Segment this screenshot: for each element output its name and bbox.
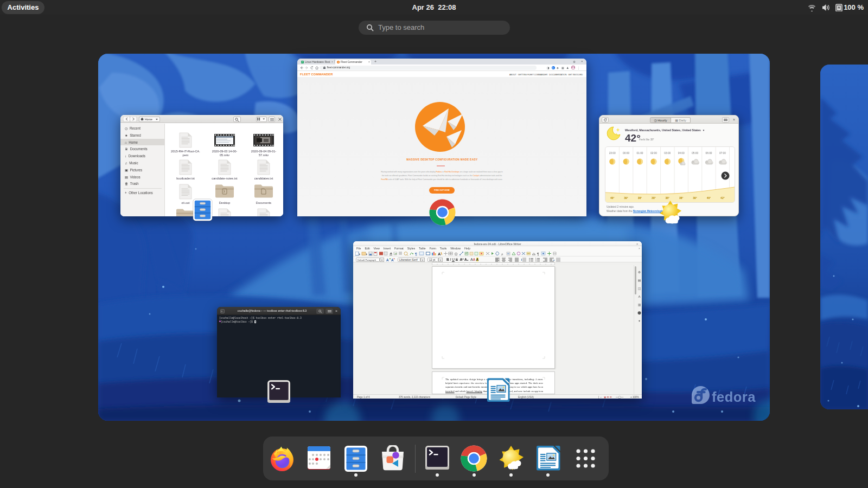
svg-text:fedora: fedora — [712, 389, 756, 404]
svg-text:A: A — [391, 258, 394, 262]
svg-text:2020-09-03 14-00-: 2020-09-03 14-00- — [212, 150, 237, 153]
svg-text:¶: ¶ — [537, 252, 539, 256]
svg-text:05:00: 05:00 — [692, 152, 698, 155]
svg-text:⌕: ⌕ — [501, 252, 503, 256]
svg-text:42°: 42° — [720, 196, 725, 200]
svg-text:57.mkv: 57.mkv — [259, 153, 269, 157]
svg-text:2015-RH-IT-Root-CA.: 2015-RH-IT-Root-CA. — [171, 150, 200, 153]
svg-text:38°: 38° — [638, 196, 642, 200]
svg-text:40°: 40° — [610, 196, 615, 200]
svg-text:07:00: 07:00 — [719, 152, 726, 155]
svg-text:04:00: 04:00 — [678, 152, 685, 155]
svg-text:39°: 39° — [624, 196, 628, 200]
svg-text:38°: 38° — [652, 196, 656, 200]
svg-text:23:00: 23:00 — [609, 152, 616, 155]
svg-text:cit.out: cit.out — [182, 201, 190, 204]
svg-text:05.mkv: 05.mkv — [220, 153, 229, 157]
svg-text:01:00: 01:00 — [636, 152, 643, 155]
svg-text:A: A — [438, 252, 441, 256]
svg-text:2020-09-04 09-01-: 2020-09-04 09-01- — [251, 150, 276, 153]
svg-text:06:00: 06:00 — [705, 152, 712, 155]
svg-text:candidate-notes.txt: candidate-notes.txt — [212, 177, 238, 180]
svg-text:P: P — [302, 61, 303, 63]
svg-text:03:00: 03:00 — [664, 152, 671, 155]
svg-text:candidates.txt: candidates.txt — [254, 177, 273, 180]
svg-text:A: A — [386, 258, 389, 262]
svg-text:¶: ¶ — [415, 252, 417, 256]
svg-text:02:00: 02:00 — [650, 152, 657, 155]
svg-text:Desktop: Desktop — [219, 201, 231, 204]
svg-text:Ω: Ω — [455, 252, 457, 256]
svg-text:3: 3 — [535, 260, 537, 262]
svg-text:00:00: 00:00 — [623, 152, 629, 155]
svg-text:pem: pem — [183, 153, 189, 157]
svg-text:bootloader.txt: bootloader.txt — [176, 177, 195, 180]
svg-text:Documents: Documents — [256, 201, 271, 204]
svg-text:Home: Home — [145, 118, 152, 121]
svg-text:38°: 38° — [679, 196, 684, 200]
svg-text:39°: 39° — [693, 196, 697, 200]
svg-text:38°: 38° — [666, 196, 670, 200]
svg-text:40°: 40° — [707, 196, 711, 200]
